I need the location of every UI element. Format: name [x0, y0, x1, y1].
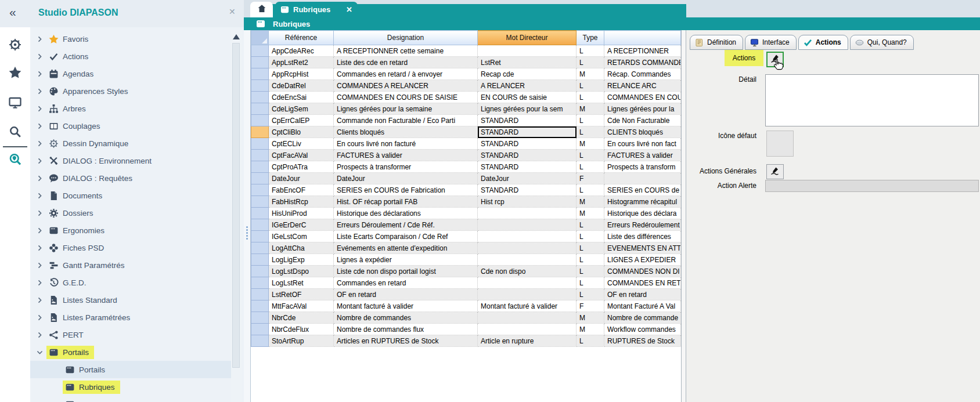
- cell-designation[interactable]: A RECEPTIONNER cette semaine: [334, 45, 478, 57]
- sidebar-item-g-e-d[interactable]: G.E.D.: [30, 274, 231, 291]
- chevron-right-icon[interactable]: [36, 175, 46, 182]
- sidebar-close-icon[interactable]: ✕: [229, 7, 236, 16]
- cell-mot-directeur[interactable]: Recap cde: [478, 68, 577, 80]
- cell-mot-directeur[interactable]: STANDARD: [478, 150, 577, 161]
- cell-reference[interactable]: LogLigExp: [269, 254, 334, 266]
- sidebar-item-arbres[interactable]: Arbres: [30, 100, 231, 117]
- sidebar-item-gantt-param-tr-s[interactable]: Gantt Paramétrés: [30, 256, 231, 274]
- chevron-right-icon[interactable]: [36, 209, 46, 217]
- cell-mot-directeur[interactable]: STANDARD: [478, 138, 577, 150]
- chevron-right-icon[interactable]: [36, 331, 46, 339]
- sidebar-item-dessin-dynamique[interactable]: Dessin Dynamique: [30, 135, 231, 152]
- cell-type[interactable]: M: [577, 312, 604, 324]
- cell-designation[interactable]: Commandes en retard: [334, 277, 478, 289]
- star-icon[interactable]: [8, 66, 22, 79]
- row-selector[interactable]: [251, 266, 269, 277]
- cell-designation[interactable]: Erreurs Déroulement / Cde Réf.: [334, 219, 478, 231]
- cell-type[interactable]: F: [577, 300, 604, 312]
- chevron-right-icon[interactable]: [36, 314, 46, 321]
- scrollbar-thumb[interactable]: [232, 43, 240, 368]
- cell-reference[interactable]: IGeLstCom: [269, 231, 334, 242]
- sidebar-collapse-button[interactable]: «: [9, 5, 16, 19]
- cell-designation-2[interactable]: SERIES en COURS de: [604, 184, 681, 196]
- cell-mot-directeur[interactable]: STANDARD: [478, 126, 577, 138]
- chevron-right-icon[interactable]: [36, 122, 46, 130]
- cell-designation-2[interactable]: RETARDS COMMANDES: [604, 57, 681, 68]
- cell-reference[interactable]: NbrCde: [269, 312, 334, 324]
- sidebar-item-documents[interactable]: Documents: [30, 187, 231, 204]
- cell-designation-2[interactable]: RUPTURES de Stock: [604, 335, 681, 347]
- cell-type[interactable]: L: [577, 80, 604, 92]
- cell-type[interactable]: L: [577, 150, 604, 161]
- cell-mot-directeur[interactable]: [478, 289, 577, 300]
- cell-designation[interactable]: OF en retard: [334, 289, 478, 300]
- row-selector[interactable]: [251, 196, 269, 208]
- cell-mot-directeur[interactable]: STANDARD: [478, 115, 577, 126]
- cell-mot-directeur[interactable]: LstRet: [478, 57, 577, 68]
- monitor-icon[interactable]: [8, 96, 22, 110]
- cell-designation-2[interactable]: CLIENTS bloqués: [604, 126, 681, 138]
- row-selector[interactable]: [251, 277, 269, 289]
- cell-designation-2[interactable]: COMMANDES EN COURS: [604, 92, 681, 103]
- column-header-designation[interactable]: Designation: [334, 31, 478, 45]
- sidebar-item-portails[interactable]: Portails: [30, 343, 231, 361]
- cell-reference[interactable]: CpErrCalEP: [269, 115, 334, 126]
- cell-type[interactable]: L: [577, 92, 604, 103]
- cell-type[interactable]: L: [577, 126, 604, 138]
- cell-designation[interactable]: DateJour: [334, 173, 478, 184]
- row-selector[interactable]: [251, 45, 269, 57]
- table-panel-splitter[interactable]: [681, 30, 686, 402]
- chevron-right-icon[interactable]: [36, 157, 46, 165]
- chevron-right-icon[interactable]: [36, 105, 46, 113]
- cell-reference[interactable]: HisUniProd: [269, 208, 334, 219]
- sidebar-item-portails[interactable]: Portails: [30, 361, 231, 378]
- row-selector[interactable]: [251, 208, 269, 219]
- sidebar-item-agendas[interactable]: Agendas: [30, 65, 231, 82]
- sidebar-item-listes-param-tr-es[interactable]: Listes Paramétrées: [30, 309, 231, 326]
- cell-designation-2[interactable]: [604, 173, 681, 184]
- cell-designation-2[interactable]: LIGNES A EXPEDIER: [604, 254, 681, 266]
- cell-type[interactable]: L: [577, 45, 604, 57]
- general-actions-edit-button[interactable]: [766, 164, 784, 179]
- cell-mot-directeur[interactable]: STANDARD: [478, 161, 577, 173]
- sidebar-item-fiches-psd[interactable]: Fiches PSD: [30, 239, 231, 256]
- chevron-right-icon[interactable]: [36, 244, 46, 252]
- select-all-cell[interactable]: [251, 31, 269, 45]
- cell-mot-directeur[interactable]: A RELANCER: [478, 80, 577, 92]
- panel-tab-d-finition[interactable]: Définition: [690, 35, 743, 50]
- sidebar-item-dialog-requ-tes[interactable]: DIALOG : Requêtes: [30, 169, 231, 187]
- cell-type[interactable]: L: [577, 335, 604, 347]
- chevron-right-icon[interactable]: [36, 53, 46, 60]
- cell-mot-directeur[interactable]: Article en rupture: [478, 335, 577, 347]
- sidebar-item-favoris[interactable]: Favoris: [30, 30, 231, 48]
- cell-type[interactable]: M: [577, 103, 604, 115]
- cell-designation-2[interactable]: Workflow commandes: [604, 324, 681, 335]
- cell-reference[interactable]: CdeDatRel: [269, 80, 334, 92]
- cell-designation[interactable]: FACTURES à valider: [334, 150, 478, 161]
- cell-reference[interactable]: AppCdeARec: [269, 45, 334, 57]
- tab-home[interactable]: [250, 2, 273, 17]
- cell-designation-2[interactable]: OF en retard: [604, 289, 681, 300]
- cell-designation[interactable]: Articles en RUPTURES de Stock: [334, 335, 478, 347]
- cell-designation-2[interactable]: En cours livré non fact: [604, 138, 681, 150]
- cell-designation[interactable]: Commande non Facturable / Eco Parti: [334, 115, 478, 126]
- tab-close-icon[interactable]: ✕: [346, 5, 352, 14]
- cell-reference[interactable]: MttFacAVal: [269, 300, 334, 312]
- detail-textarea[interactable]: [765, 74, 979, 126]
- cell-designation[interactable]: Liste Ecarts Comparaison / Cde Ref: [334, 231, 478, 242]
- cell-type[interactable]: M: [577, 196, 604, 208]
- cell-mot-directeur[interactable]: [478, 312, 577, 324]
- cell-reference[interactable]: AppRcpHist: [269, 68, 334, 80]
- cell-reference[interactable]: LstRetOF: [269, 289, 334, 300]
- cell-designation-2[interactable]: COMMANDES EN RET: [604, 277, 681, 289]
- row-selector[interactable]: [251, 312, 269, 324]
- cell-mot-directeur[interactable]: [478, 45, 577, 57]
- cell-designation-2[interactable]: Erreurs Redéroulement: [604, 219, 681, 231]
- cell-reference[interactable]: AppLstRet2: [269, 57, 334, 68]
- cell-mot-directeur[interactable]: DateJour: [478, 173, 577, 184]
- cell-designation[interactable]: Montant facturé à valider: [334, 300, 478, 312]
- sidebar-item-dossiers[interactable]: Dossiers: [30, 204, 231, 222]
- row-selector[interactable]: [251, 173, 269, 184]
- column-header-type[interactable]: Type: [577, 31, 604, 45]
- cell-reference[interactable]: CptProATra: [269, 161, 334, 173]
